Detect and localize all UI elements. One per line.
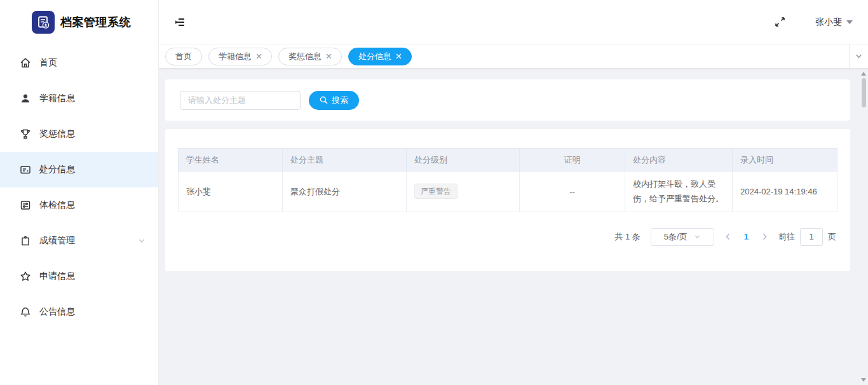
app-window: 档案管理系统 首页 学籍信息 xyxy=(0,0,868,385)
form-icon xyxy=(19,163,32,176)
header-proof: 证明 xyxy=(520,149,625,172)
scroll-down-icon[interactable] xyxy=(861,378,866,382)
trophy-icon xyxy=(19,128,32,140)
tabbar: 首页 学籍信息 奖惩信息 处分信息 xyxy=(159,44,868,69)
prev-page-button[interactable] xyxy=(724,233,731,241)
scroll-up-icon[interactable] xyxy=(861,72,866,76)
sidebar-item-grades[interactable]: 成绩管理 xyxy=(0,223,158,259)
pager: 1 xyxy=(724,232,768,241)
header-subject: 处分主题 xyxy=(283,149,407,172)
current-page[interactable]: 1 xyxy=(744,232,749,241)
page-unit-label: 页 xyxy=(828,231,836,243)
clipboard-icon xyxy=(19,234,32,247)
tab-overflow-button[interactable] xyxy=(849,44,868,69)
page-size-select[interactable]: 5条/页 xyxy=(651,228,714,246)
sidebar-item-label: 处分信息 xyxy=(39,164,75,175)
sidebar: 档案管理系统 首页 学籍信息 xyxy=(0,0,159,385)
header-right: 张小斐 xyxy=(772,15,853,30)
fullscreen-icon[interactable] xyxy=(772,15,787,30)
search-input[interactable] xyxy=(180,91,301,110)
star-icon xyxy=(19,270,32,283)
bell-icon xyxy=(19,306,32,318)
header-content: 处分内容 xyxy=(625,149,733,172)
top-header: 张小斐 xyxy=(159,0,868,44)
next-page-button[interactable] xyxy=(761,233,768,241)
table-panel: 学生姓名 处分主题 处分级别 证明 处分内容 录入时间 张小斐 聚众打假处分 严… xyxy=(165,129,850,271)
goto-label: 前往 xyxy=(778,231,795,243)
vertical-scrollbar[interactable] xyxy=(859,69,868,385)
close-icon[interactable] xyxy=(326,53,332,59)
tab-label: 处分信息 xyxy=(358,51,391,62)
page-size-value: 5条/页 xyxy=(664,231,688,243)
app-title: 档案管理系统 xyxy=(60,15,131,30)
pagination-total: 共 1 条 xyxy=(614,231,640,243)
sidebar-item-label: 学籍信息 xyxy=(39,93,75,104)
sidebar-item-announcements[interactable]: 公告信息 xyxy=(0,294,158,330)
user-icon xyxy=(19,92,32,105)
goto-page: 前往 页 xyxy=(778,228,836,246)
sidebar-item-applications[interactable]: 申请信息 xyxy=(0,259,158,294)
tab-home[interactable]: 首页 xyxy=(165,48,202,65)
tab-student-records[interactable]: 学籍信息 xyxy=(208,48,272,65)
chevron-down-icon xyxy=(138,237,146,245)
app-logo: 档案管理系统 xyxy=(0,0,158,44)
cell-student-name: 张小斐 xyxy=(179,172,283,212)
search-button[interactable]: 搜索 xyxy=(309,91,359,110)
tab-label: 首页 xyxy=(175,51,192,62)
search-icon xyxy=(320,96,328,104)
cell-content: 校内打架斗殴，致人受伤，给予严重警告处分。 xyxy=(625,172,733,212)
sidebar-item-rewards-punishments[interactable]: 奖惩信息 xyxy=(0,116,158,152)
close-icon[interactable] xyxy=(256,53,262,59)
tab-discipline[interactable]: 处分信息 xyxy=(348,48,412,65)
app-logo-icon xyxy=(32,11,55,34)
header-student-name: 学生姓名 xyxy=(179,149,283,172)
goto-page-input[interactable] xyxy=(800,228,823,246)
user-menu[interactable]: 张小斐 xyxy=(815,17,853,28)
caret-down-icon xyxy=(846,20,853,24)
level-tag: 严重警告 xyxy=(414,184,458,199)
header-time: 录入时间 xyxy=(733,149,837,172)
sidebar-item-health-check[interactable]: 体检信息 xyxy=(0,187,158,223)
tab-label: 学籍信息 xyxy=(219,51,252,62)
cell-time: 2024-02-19 14:19:46 xyxy=(733,172,837,212)
home-icon xyxy=(19,57,32,69)
sidebar-menu: 首页 学籍信息 奖惩信 xyxy=(0,44,158,330)
sidebar-fold-icon[interactable] xyxy=(172,14,188,30)
chevron-down-icon xyxy=(694,233,701,240)
search-panel: 搜索 xyxy=(165,79,850,121)
cell-proof: -- xyxy=(520,172,625,212)
cell-level: 严重警告 xyxy=(407,172,520,212)
sidebar-item-label: 体检信息 xyxy=(39,199,75,211)
sidebar-item-label: 申请信息 xyxy=(39,271,75,282)
table-header-row: 学生姓名 处分主题 处分级别 证明 处分内容 录入时间 xyxy=(179,149,837,172)
sidebar-item-discipline[interactable]: 处分信息 xyxy=(0,152,158,187)
scrollbar-thumb[interactable] xyxy=(862,78,866,107)
sidebar-item-label: 首页 xyxy=(39,57,57,69)
main-content: 搜索 学生姓名 处分主题 处分级别 证明 处分内容 录入时间 xyxy=(159,69,868,385)
health-card-icon xyxy=(19,199,32,212)
sidebar-item-label: 公告信息 xyxy=(39,306,75,318)
discipline-table: 学生姓名 处分主题 处分级别 证明 处分内容 录入时间 张小斐 聚众打假处分 严… xyxy=(178,148,837,212)
sidebar-item-home[interactable]: 首页 xyxy=(0,45,158,81)
search-button-label: 搜索 xyxy=(332,95,348,106)
sidebar-item-label: 奖惩信息 xyxy=(39,128,75,140)
cell-subject: 聚众打假处分 xyxy=(283,172,407,212)
sidebar-item-label: 成绩管理 xyxy=(39,235,75,247)
sidebar-item-student-records[interactable]: 学籍信息 xyxy=(0,81,158,116)
close-icon[interactable] xyxy=(396,53,402,59)
tab-rewards-punishments[interactable]: 奖惩信息 xyxy=(278,48,342,65)
pagination: 共 1 条 5条/页 1 前往 页 xyxy=(178,228,837,246)
table-row: 张小斐 聚众打假处分 严重警告 -- 校内打架斗殴，致人受伤，给予严重警告处分。… xyxy=(179,172,837,212)
header-level: 处分级别 xyxy=(407,149,520,172)
user-name: 张小斐 xyxy=(815,17,842,28)
tab-label: 奖惩信息 xyxy=(288,51,322,62)
